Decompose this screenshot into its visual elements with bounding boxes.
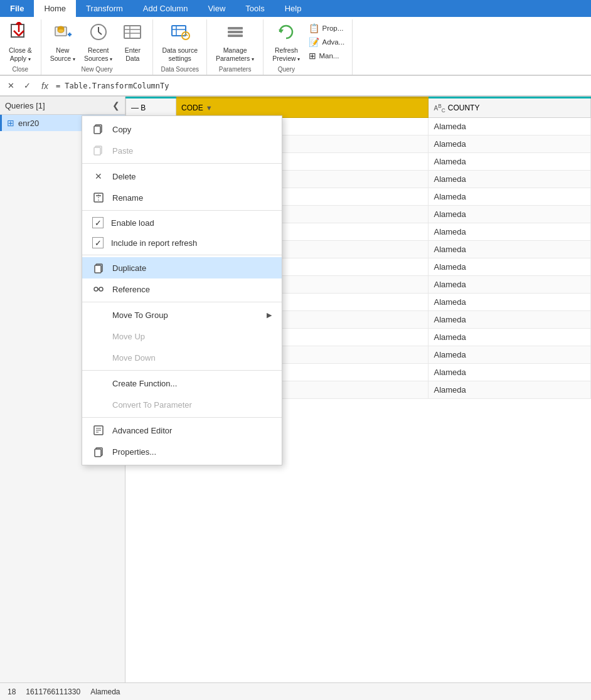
close-group-label: Close bbox=[13, 65, 29, 75]
ctx-create-function-label: Create Function... bbox=[112, 379, 272, 388]
svg-point-35 bbox=[94, 287, 98, 291]
ctx-move-to-group-arrow: ▶ bbox=[267, 311, 272, 319]
ctx-reference[interactable]: Reference bbox=[82, 278, 282, 300]
ribbon: File Home Transform Add Column View Tool… bbox=[0, 0, 591, 97]
ctx-move-to-group-icon bbox=[92, 309, 105, 321]
ctx-move-down: Move Down bbox=[82, 347, 282, 368]
manage-ribbon-icon: ⊞ bbox=[309, 51, 316, 61]
ctx-properties-label: Properties... bbox=[112, 447, 272, 457]
ctx-convert-parameter-icon bbox=[92, 398, 105, 411]
close-apply-button[interactable]: Close &Apply ▾ bbox=[5, 19, 36, 65]
refresh-preview-button[interactable]: RefreshPreview ▾ bbox=[269, 19, 304, 65]
properties-ribbon-button[interactable]: 📋 Prop... bbox=[306, 22, 347, 34]
cell-county: Alameda bbox=[429, 118, 591, 135]
query-item-icon: ⊞ bbox=[7, 118, 14, 128]
confirm-formula-button[interactable]: ✓ bbox=[20, 79, 34, 93]
close-apply-label: Close &Apply ▾ bbox=[9, 46, 32, 62]
ribbon-group-query: RefreshPreview ▾ Query 📋 Prop... 📝 Adva.… bbox=[264, 19, 353, 75]
svg-rect-25 bbox=[228, 34, 243, 37]
ctx-copy[interactable]: Copy bbox=[82, 119, 282, 140]
ctx-rename[interactable]: Rename bbox=[82, 187, 282, 208]
cell-county: Alameda bbox=[429, 294, 591, 311]
ctx-advanced-editor[interactable]: Advanced Editor bbox=[82, 420, 282, 441]
tab-home[interactable]: Home bbox=[34, 0, 76, 17]
ctx-delete-label: Delete bbox=[112, 172, 272, 181]
status-row-number: 18 bbox=[8, 687, 16, 696]
ctx-duplicate-icon bbox=[92, 262, 105, 274]
tab-transform[interactable]: Transform bbox=[76, 0, 133, 17]
data-source-settings-label: Data sourcesettings bbox=[162, 46, 198, 62]
code-filter-icon[interactable]: ▼ bbox=[206, 104, 213, 112]
data-source-settings-button[interactable]: Data sourcesettings bbox=[158, 19, 201, 65]
ctx-convert-parameter: Convert To Parameter bbox=[82, 394, 282, 415]
ctx-sep-3 bbox=[82, 255, 282, 255]
ctx-advanced-editor-label: Advanced Editor bbox=[112, 426, 272, 435]
tab-view[interactable]: View bbox=[198, 0, 235, 17]
ctx-sep-1 bbox=[82, 163, 282, 164]
collapse-panel-button[interactable]: ❮ bbox=[112, 100, 120, 110]
tab-add-column[interactable]: Add Column bbox=[133, 0, 198, 17]
ctx-move-down-icon bbox=[92, 351, 105, 364]
queries-header: Queries [1] ❮ bbox=[0, 97, 125, 115]
col-county-header[interactable]: ABC COUNTY bbox=[429, 98, 591, 118]
new-source-button[interactable]: NewSource ▾ bbox=[46, 19, 79, 65]
cell-county: Alameda bbox=[429, 241, 591, 258]
svg-rect-24 bbox=[228, 31, 243, 33]
svg-point-36 bbox=[99, 287, 103, 291]
ribbon-body: Close &Apply ▾ Close bbox=[0, 17, 591, 76]
col-county-label: COUNTY bbox=[448, 103, 480, 112]
col-code-header[interactable]: CODE ▼ bbox=[176, 98, 429, 118]
ctx-properties[interactable]: Properties... bbox=[82, 441, 282, 462]
cancel-formula-button[interactable]: ✕ bbox=[4, 79, 18, 93]
col-b-header[interactable]: — B bbox=[126, 98, 176, 118]
ribbon-tabs: File Home Transform Add Column View Tool… bbox=[0, 0, 591, 17]
ctx-rename-label: Rename bbox=[112, 193, 272, 203]
ctx-paste-label: Paste bbox=[112, 146, 272, 156]
ctx-include-refresh-label: Include in report refresh bbox=[111, 238, 272, 248]
col-b-label: — B bbox=[131, 103, 146, 112]
advanced-editor-ribbon-icon: 📝 bbox=[309, 37, 319, 47]
ctx-duplicate[interactable]: Duplicate bbox=[82, 257, 282, 278]
recent-sources-icon bbox=[88, 22, 109, 45]
svg-rect-19 bbox=[172, 26, 186, 36]
query-group-label: Query bbox=[278, 65, 295, 75]
ctx-move-to-group-label: Move To Group bbox=[112, 310, 259, 320]
tab-help[interactable]: Help bbox=[275, 0, 312, 17]
queries-panel: Queries [1] ❮ ⊞ enr20 Copy Paste bbox=[0, 97, 125, 686]
ctx-include-refresh[interactable]: ✓ Include in report refresh bbox=[82, 233, 282, 253]
ctx-sep-6 bbox=[82, 417, 282, 418]
cell-county: Alameda bbox=[429, 311, 591, 329]
cell-county: Alameda bbox=[429, 135, 591, 153]
ctx-enable-load[interactable]: ✓ Enable load bbox=[82, 213, 282, 233]
advanced-editor-ribbon-label: Adva... bbox=[322, 38, 344, 46]
ctx-reference-icon bbox=[92, 283, 105, 295]
ctx-include-refresh-checkbox: ✓ bbox=[92, 237, 104, 248]
tab-file[interactable]: File bbox=[0, 0, 34, 17]
context-menu: Copy Paste ✕ Delete Rename bbox=[82, 115, 282, 465]
formula-text: = Table.TransformColumnTy bbox=[56, 82, 587, 90]
manage-ribbon-button[interactable]: ⊞ Man... bbox=[306, 50, 347, 62]
svg-rect-30 bbox=[94, 147, 100, 155]
ctx-move-to-group[interactable]: Move To Group ▶ bbox=[82, 304, 282, 326]
properties-ribbon-label: Prop... bbox=[322, 24, 343, 32]
cell-county: Alameda bbox=[429, 346, 591, 364]
ribbon-group-parameters: ManageParameters ▾ Parameters bbox=[207, 19, 264, 75]
manage-ribbon-label: Man... bbox=[319, 52, 339, 60]
ctx-delete[interactable]: ✕ Delete bbox=[82, 166, 282, 187]
manage-parameters-button[interactable]: ManageParameters ▾ bbox=[212, 19, 258, 65]
cell-county: Alameda bbox=[429, 258, 591, 276]
advanced-editor-ribbon-button[interactable]: 📝 Adva... bbox=[306, 36, 347, 48]
col-code-label: CODE bbox=[181, 103, 203, 112]
new-query-group-label: New Query bbox=[82, 65, 113, 75]
query-item-label: enr20 bbox=[18, 119, 39, 128]
ctx-reference-label: Reference bbox=[112, 285, 272, 294]
main-area: Queries [1] ❮ ⊞ enr20 Copy Paste bbox=[0, 97, 591, 686]
recent-sources-button[interactable]: RecentSources ▾ bbox=[80, 19, 116, 65]
data-sources-group-label: Data Sources bbox=[161, 65, 199, 75]
ctx-create-function[interactable]: Create Function... bbox=[82, 373, 282, 394]
tab-tools[interactable]: Tools bbox=[235, 0, 274, 17]
enter-data-button[interactable]: EnterData bbox=[117, 19, 147, 65]
cell-county: Alameda bbox=[429, 329, 591, 346]
cell-county: Alameda bbox=[429, 364, 591, 381]
ctx-create-function-icon bbox=[92, 377, 105, 390]
